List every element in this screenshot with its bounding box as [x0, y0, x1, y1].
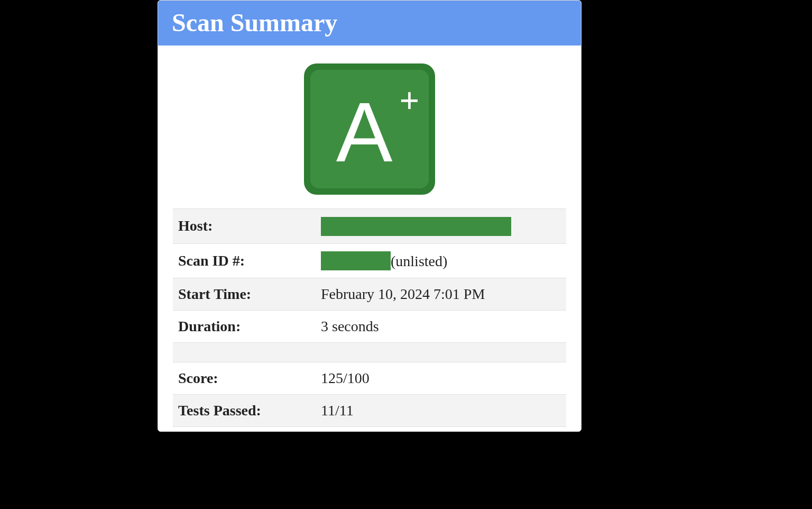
host-value	[316, 209, 566, 244]
scanid-redacted	[321, 251, 391, 270]
start-time-value: February 10, 2024 7:01 PM	[316, 278, 566, 311]
host-label: Host:	[173, 209, 316, 244]
duration-value: 3 seconds	[316, 311, 566, 343]
grade-badge-container: A +	[158, 46, 581, 208]
scanid-value: (unlisted)	[316, 243, 566, 278]
scan-summary-card: Scan Summary A + Host: Scan ID #: (unlis…	[158, 0, 582, 432]
scanid-label: Scan ID #:	[173, 243, 316, 278]
row-spacer	[173, 343, 566, 362]
row-score: Score: 125/100	[173, 362, 566, 395]
host-redacted	[321, 217, 511, 236]
score-value: 125/100	[316, 362, 566, 395]
summary-table: Host: Scan ID #: (unlisted) Start Time: …	[173, 208, 566, 427]
start-time-label: Start Time:	[173, 278, 316, 311]
row-duration: Duration: 3 seconds	[173, 311, 566, 343]
row-host: Host:	[173, 209, 566, 244]
grade-plus-icon: +	[400, 84, 419, 117]
tests-passed-label: Tests Passed:	[173, 395, 316, 427]
grade-badge-inner: A +	[310, 70, 429, 188]
grade-badge: A +	[304, 63, 435, 195]
score-label: Score:	[173, 362, 316, 395]
scanid-note: (unlisted)	[391, 252, 447, 269]
card-header: Scan Summary	[158, 1, 581, 46]
page-title: Scan Summary	[172, 8, 567, 37]
duration-label: Duration:	[173, 311, 316, 343]
row-start-time: Start Time: February 10, 2024 7:01 PM	[173, 278, 566, 311]
grade-letter: A	[336, 90, 393, 175]
row-tests-passed: Tests Passed: 11/11	[173, 395, 566, 427]
row-scan-id: Scan ID #: (unlisted)	[173, 243, 566, 278]
tests-passed-value: 11/11	[316, 395, 566, 427]
